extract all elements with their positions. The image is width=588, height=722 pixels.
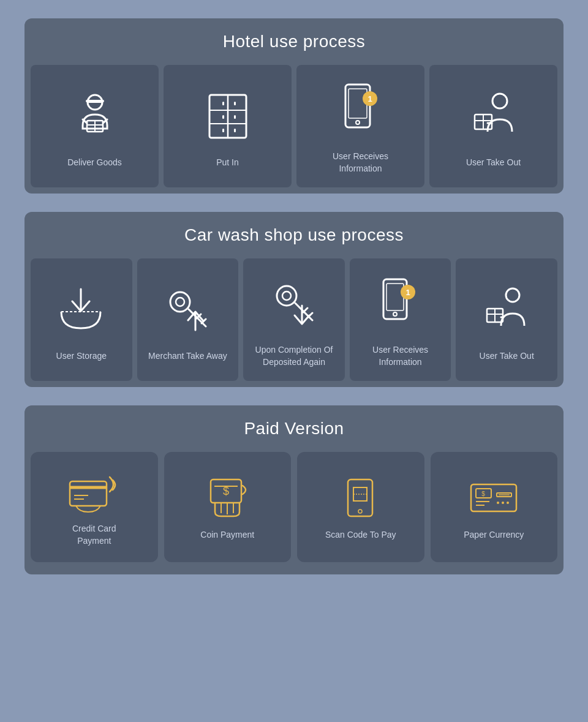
svg-point-25: [492, 94, 507, 108]
svg-line-41: [303, 308, 307, 312]
hotel-card-user-receives-label: User ReceivesInformation: [333, 151, 388, 175]
svg-point-49: [506, 288, 519, 302]
carwash-card-user-storage-label: User Storage: [56, 350, 107, 363]
paid-card-coin: $ Coin Payment: [164, 452, 292, 562]
hotel-title: Hotel use process: [24, 18, 564, 65]
svg-rect-45: [386, 284, 404, 310]
svg-text:1: 1: [405, 288, 410, 297]
carwash-cards-row: User Storage Merchant Tak: [24, 258, 564, 387]
svg-text:$: $: [481, 491, 485, 497]
credit-card-icon: [67, 470, 122, 513]
carwash-user-receives-icon: 1: [370, 273, 431, 334]
svg-rect-19: [234, 129, 236, 132]
svg-point-32: [170, 292, 190, 312]
user-storage-icon: [51, 279, 112, 340]
carwash-card-user-storage: User Storage: [31, 258, 132, 381]
scan-code-icon: [333, 476, 388, 519]
carwash-card-upon-completion-label: Upon Completion OfDeposited Again: [255, 344, 333, 368]
hotel-section: Hotel use process: [24, 18, 564, 194]
carwash-card-user-receives: 1 User ReceivesInformation: [350, 258, 451, 381]
svg-rect-64: [348, 479, 372, 516]
svg-rect-18: [222, 129, 224, 132]
svg-rect-21: [349, 89, 367, 118]
hotel-cards-row: Deliver Goods: [24, 65, 564, 194]
carwash-title: Car wash shop use process: [24, 212, 564, 258]
carwash-card-user-take-out-label: User Take Out: [480, 350, 534, 363]
svg-rect-16: [222, 115, 224, 119]
svg-point-38: [277, 286, 296, 306]
hotel-card-deliver-goods-label: Deliver Goods: [67, 157, 122, 169]
hotel-card-put-in-label: Put In: [216, 157, 239, 169]
carwash-card-upon-completion: Upon Completion OfDeposited Again: [243, 258, 345, 381]
coin-payment-icon: $: [200, 476, 255, 519]
paid-card-scan-code-label: Scan Code To Pay: [325, 529, 396, 541]
put-in-icon: [197, 86, 258, 147]
upon-completion-icon: [263, 273, 325, 334]
carwash-card-merchant-take-away-label: Merchant Take Away: [148, 350, 227, 363]
hotel-card-put-in: Put In: [164, 65, 292, 187]
svg-point-74: [502, 502, 504, 504]
paid-section: Paid Version Cre: [24, 405, 564, 574]
svg-rect-15: [234, 102, 236, 105]
hotel-card-deliver-goods: Deliver Goods: [31, 65, 159, 187]
hotel-card-user-receives: 1 User ReceivesInformation: [296, 65, 424, 187]
carwash-user-take-out-icon: [476, 279, 537, 340]
svg-rect-2: [86, 100, 104, 102]
carwash-section: Car wash shop use process User Storage: [24, 212, 564, 387]
svg-point-33: [176, 298, 184, 306]
carwash-card-user-receives-label: User ReceivesInformation: [372, 344, 428, 368]
paid-card-paper-currency-label: Paper Currency: [464, 529, 524, 541]
user-take-out-icon: [463, 86, 524, 147]
carwash-card-user-take-out: User Take Out: [456, 258, 557, 381]
paid-card-credit-card: Credit CardPayment: [31, 452, 158, 562]
deliver-goods-icon: [64, 86, 126, 147]
svg-point-75: [507, 502, 509, 504]
paid-card-coin-label: Coin Payment: [200, 529, 254, 541]
svg-point-39: [282, 291, 291, 300]
paid-card-scan-code: Scan Code To Pay: [297, 452, 424, 562]
paid-cards-row: Credit CardPayment $: [24, 452, 564, 574]
hotel-card-user-take-out: User Take Out: [429, 65, 557, 187]
merchant-take-away-icon: [157, 279, 218, 340]
svg-point-73: [497, 502, 499, 504]
paper-currency-icon: $: [466, 476, 521, 519]
carwash-card-merchant-take-away: Merchant Take Away: [137, 258, 239, 381]
svg-text:1: 1: [368, 94, 372, 103]
user-receives-icon: 1: [330, 80, 391, 141]
hotel-card-user-take-out-label: User Take Out: [466, 157, 521, 169]
paid-card-credit-card-label: Credit CardPayment: [72, 523, 116, 547]
svg-rect-54: [70, 481, 107, 506]
svg-point-46: [393, 312, 397, 316]
svg-point-22: [356, 121, 360, 124]
svg-rect-17: [234, 115, 236, 119]
paid-card-paper-currency: $ Paper Currency: [431, 452, 558, 562]
svg-rect-65: [353, 487, 367, 501]
paid-title: Paid Version: [24, 405, 564, 452]
svg-rect-14: [222, 102, 224, 105]
svg-point-67: [358, 510, 362, 513]
